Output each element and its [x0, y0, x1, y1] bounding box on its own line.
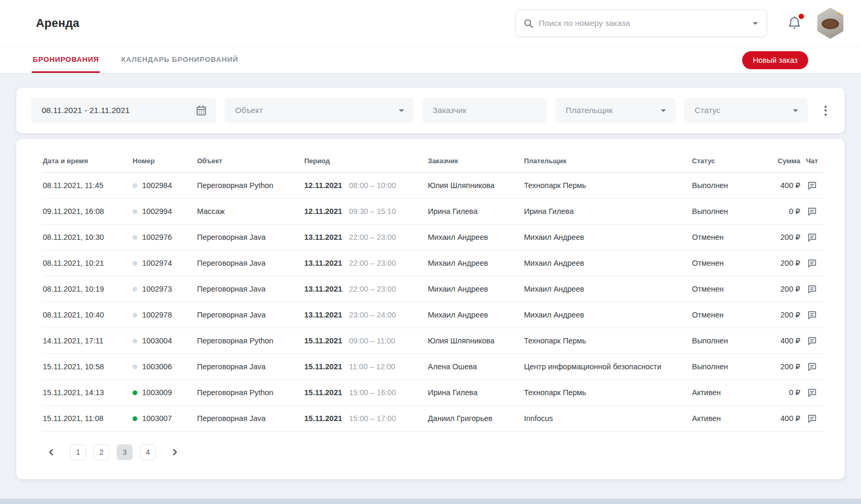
bottom-edge: [0, 499, 861, 504]
date-range-value: 08.11.2021 - 21.11.2021: [42, 106, 196, 115]
cell-chat: [800, 413, 823, 424]
table-row[interactable]: 09.11.2021, 16:08 1002994 Массаж 12.11.2…: [43, 199, 823, 225]
cell-period: 15.11.202111:00 – 12:00: [304, 362, 428, 371]
order-search[interactable]: [516, 10, 767, 37]
page-button[interactable]: 1: [70, 444, 86, 460]
cell-status: Отменен: [692, 311, 750, 319]
search-icon: [523, 18, 534, 29]
cell-order-number: 1003006: [133, 362, 197, 371]
chevron-down-icon: [661, 109, 666, 112]
cell-period: 15.11.202109:00 – 11:00: [304, 337, 428, 345]
cell-chat: [800, 232, 823, 243]
cell-chat: [800, 180, 823, 191]
cell-payer: Технопарк Пермь: [524, 181, 692, 190]
chat-button[interactable]: [807, 413, 818, 424]
table-header-cell: Дата и время: [43, 150, 133, 165]
chevron-down-icon: [399, 109, 404, 112]
table-row[interactable]: 08.11.2021, 10:40 1002978 Переговорная J…: [43, 302, 823, 328]
cell-chat: [800, 284, 823, 295]
chat-button[interactable]: [807, 361, 818, 372]
cell-created-datetime: 08.11.2021, 10:40: [43, 311, 133, 319]
table-row[interactable]: 08.11.2021, 10:21 1002974 Переговорная J…: [43, 250, 823, 276]
status-filter-select[interactable]: Статус: [684, 98, 808, 123]
table-row[interactable]: 08.11.2021, 11:45 1002984 Переговорная P…: [43, 173, 823, 199]
table-row[interactable]: 14.11.2021, 17:11 1003004 Переговорная P…: [43, 328, 823, 354]
cell-period: 12.11.202109:30 – 15:10: [304, 207, 428, 216]
new-order-button[interactable]: Новый заказ: [742, 51, 808, 69]
more-filters-kebab-button[interactable]: [821, 102, 830, 119]
cell-object: Переговорная Python: [197, 337, 304, 345]
cell-sum: 400 ₽: [750, 181, 800, 190]
customer-filter-input[interactable]: Заказчик: [422, 98, 547, 123]
cell-order-number: 1002994: [133, 207, 197, 216]
cell-created-datetime: 08.11.2021, 10:21: [43, 259, 133, 267]
cell-sum: 0 ₽: [750, 388, 800, 397]
date-range-filter[interactable]: 08.11.2021 - 21.11.2021: [31, 98, 216, 123]
cell-payer: Михаил Андреев: [524, 233, 692, 241]
order-status-dot-icon: [133, 287, 137, 292]
cell-status: Отменен: [692, 285, 750, 293]
topbar: Аренда: [0, 0, 861, 47]
tab-bookings[interactable]: БРОНИРОВАНИЯ: [32, 47, 100, 73]
cell-sum: 200 ₽: [750, 285, 800, 293]
search-dropdown-caret-icon[interactable]: [753, 22, 758, 25]
cell-status: Выполнен: [692, 362, 750, 371]
cell-payer: Innfocus: [524, 414, 692, 423]
cell-object: Переговорная Java: [197, 259, 304, 267]
cell-order-number: 1002976: [133, 233, 197, 241]
search-input[interactable]: [539, 18, 753, 28]
order-status-dot-icon: [133, 416, 137, 421]
cell-status: Выполнен: [692, 207, 750, 216]
table-row[interactable]: 08.11.2021, 10:30 1002976 Переговорная J…: [43, 225, 823, 250]
cell-chat: [800, 206, 823, 217]
table-row[interactable]: 08.11.2021, 10:19 1002973 Переговорная J…: [43, 276, 823, 302]
table-row[interactable]: 15.11.2021, 11:08 1003007 Переговорная J…: [43, 406, 823, 432]
cell-order-number: 1003007: [133, 414, 197, 423]
order-status-dot-icon: [133, 339, 137, 343]
chat-button[interactable]: [807, 180, 818, 191]
chat-button[interactable]: [807, 335, 818, 347]
chat-button[interactable]: [807, 284, 818, 295]
cell-customer: Михаил Андреев: [428, 259, 524, 267]
chat-button[interactable]: [807, 232, 818, 243]
cell-created-datetime: 08.11.2021, 10:19: [43, 285, 133, 293]
cell-object: Массаж: [197, 207, 304, 216]
next-page-button[interactable]: [169, 446, 181, 459]
table-header-cell: Номер: [133, 150, 197, 165]
page-button[interactable]: 2: [93, 444, 109, 460]
order-status-dot-icon: [133, 365, 137, 369]
table-row[interactable]: 15.11.2021, 10:58 1003006 Переговорная J…: [43, 354, 823, 380]
chat-icon: [808, 233, 817, 242]
avatar[interactable]: [816, 7, 845, 39]
chat-icon: [808, 337, 817, 346]
main-content: 08.11.2021 - 21.11.2021 Объект Заказчик …: [0, 73, 861, 499]
cell-object: Переговорная Java: [197, 414, 304, 423]
prev-page-button[interactable]: [45, 446, 58, 459]
cell-sum: 200 ₽: [750, 233, 800, 241]
chat-button[interactable]: [807, 258, 818, 269]
cell-order-number: 1003009: [133, 388, 197, 397]
payer-filter-select[interactable]: Плательщик: [555, 98, 676, 123]
chevron-left-icon: [47, 448, 55, 456]
topbar-right: [516, 7, 845, 39]
chat-button[interactable]: [807, 387, 818, 398]
cell-created-datetime: 14.11.2021, 17:11: [43, 337, 133, 345]
page-button[interactable]: 4: [140, 444, 156, 460]
table-row[interactable]: 15.11.2021, 14:13 1003009 Переговорная P…: [43, 380, 823, 406]
cell-sum: 200 ₽: [750, 362, 800, 371]
notifications-button[interactable]: [787, 15, 802, 31]
tab-bookings-calendar[interactable]: КАЛЕНДАРЬ БРОНИРОВАНИЙ: [120, 47, 239, 73]
chat-button[interactable]: [807, 310, 818, 321]
cell-object: Переговорная Python: [197, 181, 304, 190]
cell-payer: Михаил Андреев: [524, 311, 692, 319]
cell-customer: Михаил Андреев: [428, 311, 524, 319]
page-button[interactable]: 3: [117, 444, 133, 460]
chat-icon: [808, 285, 817, 294]
calendar-icon: [196, 105, 207, 116]
chat-button[interactable]: [807, 206, 818, 217]
cell-sum: 200 ₽: [750, 259, 800, 267]
cell-chat: [800, 361, 823, 372]
chevron-right-icon: [171, 448, 179, 456]
object-filter-select[interactable]: Объект: [224, 98, 414, 123]
customer-filter-label: Заказчик: [433, 106, 537, 115]
